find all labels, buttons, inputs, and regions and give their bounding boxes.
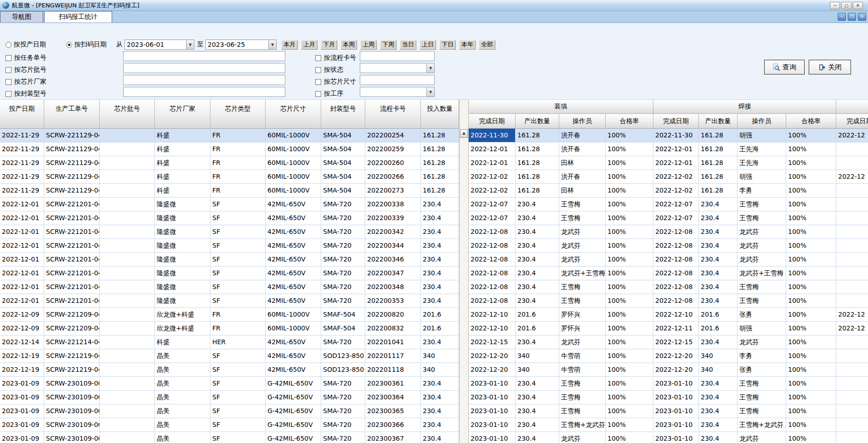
cell-cast-date[interactable]: 2023-01-09 [0, 418, 44, 432]
cell-weld-qty[interactable]: 230.4 [699, 198, 738, 211]
cell-flow-card[interactable]: 202200339 [365, 211, 421, 225]
cell-weld-date[interactable]: 2023-01-10 [653, 377, 699, 390]
cell-mount-date[interactable]: 2022-12-08 [469, 267, 516, 280]
cell-chip-vendor[interactable]: 科盛 [155, 184, 210, 197]
cell-mount-rate[interactable]: 100% [606, 363, 653, 376]
table-row[interactable]: 2022-11-29 SCRW-221129-04: 科盛 FR 60MIL-1… [0, 129, 868, 142]
cell-chip-batch[interactable] [100, 225, 155, 239]
cell-work-order[interactable]: SCRW-221209-046 [44, 308, 100, 321]
inner-vertical-scrollbar[interactable] [459, 100, 469, 443]
cell-mount-qty[interactable]: 230.4 [516, 253, 559, 266]
cell-weld-date[interactable]: 2022-12-08 [653, 267, 699, 280]
cell-mount-rate[interactable]: 100% [606, 335, 653, 349]
cell-chip-vendor[interactable]: 晶美 [155, 377, 210, 390]
cell-work-order[interactable]: SCRW-230109-00: [44, 404, 100, 418]
cell-chip-batch[interactable] [100, 142, 155, 156]
process-checkbox[interactable] [315, 91, 321, 97]
cell-weld-rate[interactable]: 100% [786, 170, 836, 183]
cell-chip-batch[interactable] [100, 418, 155, 432]
cell-weld-date[interactable]: 2022-12-01 [653, 156, 699, 170]
cell-chip-type[interactable]: SF [210, 280, 266, 294]
cell-mount-rate[interactable]: 100% [606, 280, 653, 294]
cell-chip-type[interactable]: SF [210, 239, 266, 252]
cell-weld-operator[interactable]: 张勇 [738, 308, 786, 321]
cell-weld-operator[interactable]: 龙武芬 [738, 253, 786, 266]
cell-chip-vendor[interactable]: 隆盛微 [155, 211, 210, 225]
cell-package[interactable]: SOD123-850 [321, 349, 365, 363]
cell-mount-operator[interactable]: 王雪梅 [559, 377, 606, 390]
cell-mount-qty[interactable]: 230.4 [516, 391, 559, 404]
cell-weld-operator[interactable]: 王雪梅 [738, 404, 786, 418]
cell-flow-card[interactable]: 202200266 [365, 170, 421, 183]
cell-chip-type[interactable]: SF [210, 253, 266, 266]
cell-chip-size[interactable]: G-42MIL-650V [266, 432, 321, 443]
cell-chip-vendor[interactable]: 隆盛微 [155, 253, 210, 266]
cell-next-date[interactable] [836, 294, 868, 307]
cell-next-date[interactable] [836, 253, 868, 266]
cell-mount-rate[interactable]: 100% [606, 432, 653, 443]
cell-mount-rate[interactable]: 100% [606, 391, 653, 404]
cell-weld-date[interactable]: 2022-12-08 [653, 280, 699, 294]
cell-cast-date[interactable]: 2022-11-29 [0, 142, 44, 156]
cell-flow-card[interactable]: 202200273 [365, 184, 421, 197]
cell-chip-size[interactable]: 60MIL-1000V [266, 170, 321, 183]
process-combo-value[interactable] [360, 87, 426, 97]
cell-work-order[interactable]: SCRW-230109-00: [44, 377, 100, 390]
table-row[interactable]: 2023-01-09 SCRW-230109-00: 晶美 SF G-42MIL… [0, 418, 868, 432]
cell-weld-rate[interactable]: 100% [786, 184, 836, 197]
cell-package[interactable]: SMA-720 [321, 198, 365, 211]
cell-weld-date[interactable]: 2022-12-10 [653, 308, 699, 321]
cell-chip-size[interactable]: G-42MIL-650V [266, 404, 321, 418]
cell-flow-card[interactable]: 202200348 [365, 280, 421, 294]
cell-weld-operator[interactable]: 李勇 [738, 184, 786, 197]
column-header-chip-size[interactable]: 芯片尺寸 [266, 100, 321, 129]
cell-weld-rate[interactable]: 100% [786, 267, 836, 280]
cell-cast-date[interactable]: 2022-11-29 [0, 184, 44, 197]
cell-chip-vendor[interactable]: 晶美 [155, 432, 210, 443]
cell-mount-date[interactable]: 2022-12-08 [469, 225, 516, 239]
table-row[interactable]: 2023-01-09 SCRW-230109-00: 晶美 SF G-42MIL… [0, 404, 868, 418]
cell-next-date[interactable]: 2022-12 [836, 129, 868, 142]
cell-mount-rate[interactable]: 100% [606, 142, 653, 156]
cell-chip-type[interactable]: SF [210, 211, 266, 225]
cell-chip-vendor[interactable]: 晶美 [155, 418, 210, 432]
cell-input-qty[interactable]: 161.28 [421, 156, 459, 170]
cell-chip-type[interactable]: SF [210, 363, 266, 376]
cell-chip-batch[interactable] [100, 391, 155, 404]
cell-weld-operator[interactable]: 王雪梅 [738, 211, 786, 225]
cell-mount-rate[interactable]: 100% [606, 129, 653, 142]
cell-flow-card[interactable]: 202201118 [365, 363, 421, 376]
date-from-value[interactable]: 2023-06-01 [125, 40, 186, 50]
cell-cast-date[interactable]: 2023-01-09 [0, 432, 44, 443]
cell-cast-date[interactable]: 2022-11-29 [0, 156, 44, 170]
cell-cast-date[interactable]: 2022-12-09 [0, 308, 44, 321]
cell-work-order[interactable]: SCRW-221129-04: [44, 170, 100, 183]
cell-package[interactable]: SMA-720 [321, 418, 365, 432]
chevron-down-icon[interactable] [186, 40, 194, 50]
chevron-down-icon[interactable] [268, 40, 277, 50]
cell-chip-batch[interactable] [100, 404, 155, 418]
cell-chip-batch[interactable] [100, 377, 155, 390]
cell-input-qty[interactable]: 230.4 [421, 225, 459, 239]
cell-chip-vendor[interactable]: 晶美 [155, 391, 210, 404]
cell-chip-vendor[interactable]: 科盛 [155, 335, 210, 349]
cell-flow-card[interactable]: 202300365 [365, 404, 421, 418]
task-no-checkbox[interactable] [6, 55, 11, 61]
cell-input-qty[interactable]: 201.6 [421, 322, 459, 335]
cell-weld-qty[interactable]: 230.4 [699, 211, 738, 225]
cell-weld-operator[interactable]: 王雪梅+龙武芬 [738, 418, 786, 432]
cell-input-qty[interactable]: 340 [421, 363, 459, 376]
cell-chip-type[interactable]: SF [210, 377, 266, 390]
cell-package[interactable]: SMA-720 [321, 404, 365, 418]
cell-weld-qty[interactable]: 230.4 [699, 294, 738, 307]
cell-chip-size[interactable]: 60MIL-1000V [266, 156, 321, 170]
cell-input-qty[interactable]: 201.6 [421, 308, 459, 321]
cell-mount-qty[interactable]: 230.4 [516, 418, 559, 432]
column-header-cast-date[interactable]: 投产日期 [0, 100, 44, 129]
cell-chip-type[interactable]: SF [210, 391, 266, 404]
cell-mount-date[interactable]: 2022-12-20 [469, 363, 516, 376]
cell-weld-date[interactable]: 2022-12-11 [653, 322, 699, 335]
table-row[interactable]: 2022-12-19 SCRW-221219-048 晶美 SF 42MIL-6… [0, 363, 868, 377]
table-row[interactable]: 2022-12-01 SCRW-221201-04: 隆盛微 SF 42MIL-… [0, 253, 868, 267]
cell-weld-rate[interactable]: 100% [786, 294, 836, 307]
